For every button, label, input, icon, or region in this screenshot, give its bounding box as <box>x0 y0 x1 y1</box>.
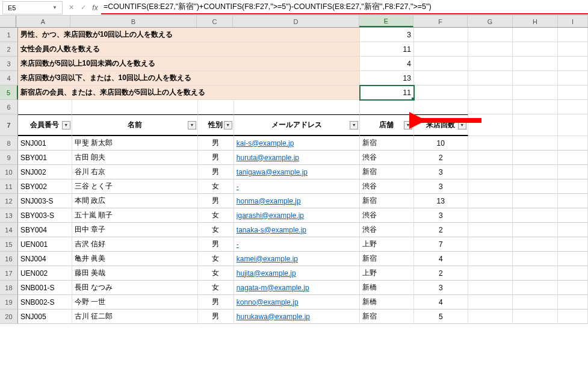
header-email[interactable]: メールアドレス▼ <box>234 114 360 136</box>
member-gender-cell[interactable]: 男 <box>198 295 234 310</box>
member-visits-cell[interactable]: 10 <box>414 136 468 151</box>
member-visits-cell[interactable]: 5 <box>414 310 468 324</box>
summary-label-cell[interactable]: 来店回数が3回以下、または、10回以上の人を数える <box>18 71 72 86</box>
member-email-cell[interactable]: kamei@example.jp <box>234 252 360 266</box>
row-header-1[interactable]: 1 <box>0 28 18 42</box>
row-header-5[interactable]: 5 <box>0 86 18 100</box>
member-gender-cell[interactable]: 男 <box>198 194 234 208</box>
member-email-cell[interactable]: kai-s@example.jp <box>234 136 360 151</box>
summary-label-cell[interactable]: 女性会員の人数を数える <box>18 42 72 57</box>
member-id-cell[interactable]: SBY004 <box>18 223 72 237</box>
name-box[interactable]: E5 ▼ <box>2 1 63 14</box>
member-visits-cell[interactable]: 2 <box>414 223 468 237</box>
member-store-cell[interactable]: 渋谷 <box>360 151 414 165</box>
member-gender-cell[interactable]: 女 <box>198 252 234 266</box>
row-header-12[interactable]: 12 <box>0 194 18 208</box>
member-id-cell[interactable]: SNJ002 <box>18 165 72 179</box>
member-store-cell[interactable]: 新橋 <box>360 281 414 295</box>
member-name-cell[interactable]: 古田 朗夫 <box>72 151 198 165</box>
member-visits-cell[interactable]: 2 <box>414 151 468 165</box>
member-store-cell[interactable]: 新宿 <box>360 310 414 324</box>
member-visits-cell[interactable]: 3 <box>414 208 468 223</box>
member-visits-cell[interactable]: 4 <box>414 295 468 310</box>
row-header-14[interactable]: 14 <box>0 223 18 237</box>
row-header-18[interactable]: 18 <box>0 281 18 295</box>
member-name-cell[interactable]: 本間 政広 <box>72 194 198 208</box>
member-name-cell[interactable]: 田中 章子 <box>72 223 198 237</box>
email-link[interactable]: hujita@example.jp <box>237 269 296 278</box>
member-id-cell[interactable]: SNB001-S <box>18 281 72 295</box>
email-link[interactable]: hurukawa@example.jp <box>237 313 310 321</box>
member-id-cell[interactable]: SNJ001 <box>18 136 72 151</box>
member-gender-cell[interactable]: 女 <box>198 281 234 295</box>
fill-handle[interactable] <box>412 98 414 100</box>
member-store-cell[interactable]: 新宿 <box>360 165 414 179</box>
chevron-down-icon[interactable]: ▼ <box>52 5 57 10</box>
row-header-10[interactable]: 10 <box>0 165 18 179</box>
member-visits-cell[interactable]: 4 <box>414 252 468 266</box>
summary-value-cell[interactable]: 11 <box>360 42 414 57</box>
row-header-13[interactable]: 13 <box>0 208 18 223</box>
column-header-F[interactable]: F <box>413 16 468 27</box>
member-visits-cell[interactable]: 7 <box>414 237 468 252</box>
member-email-cell[interactable]: nagata-m@example.jp <box>234 281 360 295</box>
member-store-cell[interactable]: 上野 <box>360 237 414 252</box>
row-header-2[interactable]: 2 <box>0 42 18 57</box>
member-id-cell[interactable]: UEN001 <box>18 237 72 252</box>
member-email-cell[interactable]: hujita@example.jp <box>234 266 360 281</box>
member-store-cell[interactable]: 渋谷 <box>360 208 414 223</box>
member-gender-cell[interactable]: 女 <box>198 208 234 223</box>
member-id-cell[interactable]: SNJ004 <box>18 252 72 266</box>
member-gender-cell[interactable]: 女 <box>198 223 234 237</box>
cancel-formula-button[interactable]: ✕ <box>65 1 77 14</box>
filter-dropdown-icon[interactable]: ▼ <box>188 121 196 129</box>
member-gender-cell[interactable]: 男 <box>198 310 234 324</box>
member-name-cell[interactable]: 古川 征二郎 <box>72 310 198 324</box>
row-header-16[interactable]: 16 <box>0 252 18 266</box>
member-store-cell[interactable]: 新橋 <box>360 295 414 310</box>
member-store-cell[interactable]: 新宿 <box>360 136 414 151</box>
member-id-cell[interactable]: UEN002 <box>18 266 72 281</box>
column-header-G[interactable]: G <box>468 16 513 27</box>
column-header-C[interactable]: C <box>197 16 233 27</box>
summary-value-cell[interactable]: 11 <box>360 86 414 100</box>
member-name-cell[interactable]: 五十嵐 順子 <box>72 208 198 223</box>
column-header-I[interactable]: I <box>558 16 588 27</box>
member-name-cell[interactable]: 三谷 とく子 <box>72 179 198 194</box>
header-gender[interactable]: 性別▼ <box>198 114 234 136</box>
member-name-cell[interactable]: 今野 一世 <box>72 295 198 310</box>
member-visits-cell[interactable]: 2 <box>414 266 468 281</box>
email-link[interactable]: - <box>237 240 239 249</box>
row-header-19[interactable]: 19 <box>0 295 18 310</box>
summary-label-cell[interactable]: 男性、かつ、来店回数が10回以上の人を数える <box>18 28 72 42</box>
column-header-B[interactable]: B <box>70 16 197 27</box>
header-store[interactable]: 店舗▼ <box>360 114 414 136</box>
member-visits-cell[interactable]: 3 <box>414 281 468 295</box>
select-all-corner[interactable] <box>0 16 16 27</box>
member-name-cell[interactable]: 吉沢 信好 <box>72 237 198 252</box>
member-name-cell[interactable]: 藤田 美哉 <box>72 266 198 281</box>
member-id-cell[interactable]: SBY003-S <box>18 208 72 223</box>
member-email-cell[interactable]: hurukawa@example.jp <box>234 310 360 324</box>
column-header-A[interactable]: A <box>16 16 70 27</box>
member-store-cell[interactable]: 渋谷 <box>360 223 414 237</box>
member-gender-cell[interactable]: 女 <box>198 179 234 194</box>
summary-value-cell[interactable]: 3 <box>360 28 414 42</box>
member-email-cell[interactable]: tanigawa@example.jp <box>234 165 360 179</box>
email-link[interactable]: huruta@example.jp <box>237 154 299 162</box>
summary-value-cell[interactable]: 4 <box>360 57 414 71</box>
member-gender-cell[interactable]: 男 <box>198 136 234 151</box>
summary-value-cell[interactable]: 13 <box>360 71 414 86</box>
member-store-cell[interactable]: 新宿 <box>360 194 414 208</box>
member-store-cell[interactable]: 上野 <box>360 266 414 281</box>
email-link[interactable]: - <box>237 182 239 191</box>
member-email-cell[interactable]: igarashi@example.jp <box>234 208 360 223</box>
row-header-17[interactable]: 17 <box>0 266 18 281</box>
column-header-H[interactable]: H <box>513 16 558 27</box>
member-name-cell[interactable]: 長田 なつみ <box>72 281 198 295</box>
row-header-15[interactable]: 15 <box>0 237 18 252</box>
row-header-3[interactable]: 3 <box>0 57 18 71</box>
member-name-cell[interactable]: 谷川 右京 <box>72 165 198 179</box>
member-store-cell[interactable]: 渋谷 <box>360 179 414 194</box>
member-email-cell[interactable]: honma@example.jp <box>234 194 360 208</box>
